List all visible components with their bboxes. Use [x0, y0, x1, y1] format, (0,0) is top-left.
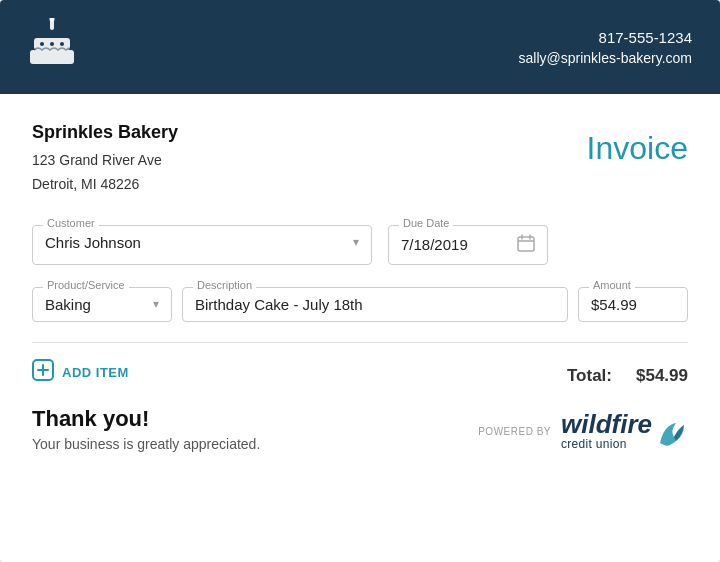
product-value: Baking ▾ — [45, 296, 159, 313]
wildfire-name: wildfire — [561, 411, 652, 437]
logo — [28, 18, 76, 76]
wildfire-swoosh-icon — [656, 415, 688, 447]
calendar-icon — [517, 234, 535, 256]
invoice-title: Invoice — [587, 130, 688, 167]
add-item-button[interactable]: ADD ITEM — [32, 359, 129, 386]
header-contact: 817-555-1234 sally@sprinkles-bakery.com — [519, 29, 692, 66]
svg-rect-3 — [30, 50, 74, 64]
powered-by-label: POWERED BY — [478, 426, 551, 437]
add-item-label: ADD ITEM — [62, 365, 129, 380]
company-info: Sprinkles Bakery 123 Grand River Ave Det… — [32, 122, 178, 197]
total-label: Total: — [567, 366, 612, 386]
wildfire-sub: credit union — [561, 437, 627, 451]
customer-row: Customer Chris Johnson ▾ Due Date 7/18/2… — [32, 225, 688, 265]
footer-row: ADD ITEM Total: $54.99 — [32, 359, 688, 386]
product-name: Baking — [45, 296, 91, 313]
header-phone: 817-555-1234 — [519, 29, 692, 46]
company-name: Sprinkles Bakery — [32, 122, 178, 143]
svg-point-4 — [40, 42, 44, 46]
thank-you-section: Thank you! Your business is greatly appr… — [32, 406, 688, 452]
amount-value: $54.99 — [591, 296, 675, 313]
address-line2: Detroit, MI 48226 — [32, 173, 178, 197]
invoice-body: Sprinkles Bakery 123 Grand River Ave Det… — [0, 94, 720, 476]
company-address: 123 Grand River Ave Detroit, MI 48226 — [32, 149, 178, 197]
top-section: Sprinkles Bakery 123 Grand River Ave Det… — [32, 122, 688, 197]
due-date-value: 7/18/2019 — [401, 234, 535, 256]
customer-name: Chris Johnson — [45, 234, 141, 251]
amount-field[interactable]: Amount $54.99 — [578, 287, 688, 322]
thank-you-subtitle: Your business is greatly appreciated. — [32, 436, 260, 452]
due-date-field[interactable]: Due Date 7/18/2019 — [388, 225, 548, 265]
items-row: Product/Service Baking ▾ Description Bir… — [32, 287, 688, 322]
add-item-icon — [32, 359, 54, 386]
powered-by-section: POWERED BY wildfire credit union — [478, 411, 688, 451]
product-dropdown-arrow-icon: ▾ — [153, 297, 159, 311]
svg-point-6 — [60, 42, 64, 46]
product-label: Product/Service — [43, 279, 129, 291]
thank-you-text: Thank you! Your business is greatly appr… — [32, 406, 260, 452]
svg-point-5 — [50, 42, 54, 46]
total-section: Total: $54.99 — [567, 366, 688, 386]
thank-you-title: Thank you! — [32, 406, 260, 432]
svg-rect-7 — [518, 237, 534, 251]
header-email: sally@sprinkles-bakery.com — [519, 50, 692, 66]
customer-field[interactable]: Customer Chris Johnson ▾ — [32, 225, 372, 265]
dropdown-arrow-icon: ▾ — [353, 235, 359, 249]
description-field[interactable]: Description Birthday Cake - July 18th — [182, 287, 568, 322]
due-date: 7/18/2019 — [401, 236, 468, 253]
due-date-label: Due Date — [399, 217, 453, 229]
customer-value: Chris Johnson ▾ — [45, 234, 359, 251]
header: 817-555-1234 sally@sprinkles-bakery.com — [0, 0, 720, 94]
amount-label: Amount — [589, 279, 635, 291]
address-line1: 123 Grand River Ave — [32, 149, 178, 173]
divider — [32, 342, 688, 343]
description-label: Description — [193, 279, 256, 291]
description-value: Birthday Cake - July 18th — [195, 296, 555, 313]
product-field[interactable]: Product/Service Baking ▾ — [32, 287, 172, 322]
customer-label: Customer — [43, 217, 99, 229]
total-amount: $54.99 — [636, 366, 688, 386]
wildfire-logo: wildfire credit union — [561, 411, 688, 451]
cake-icon — [28, 18, 76, 76]
